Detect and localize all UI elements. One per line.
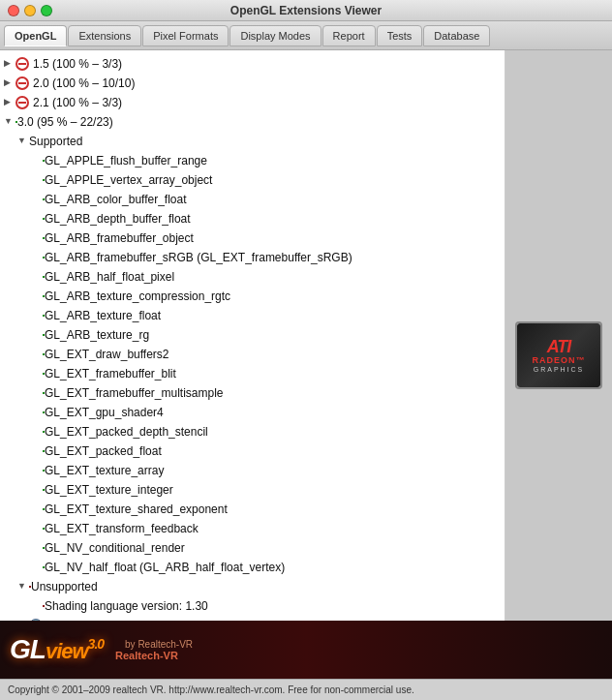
- item-label: GL_NV_half_float (GL_ARB_half_float_vert…: [45, 559, 285, 576]
- chevron-down-icon: [17, 580, 27, 593]
- item-label: GL_ARB_framebuffer_sRGB (GL_EXT_framebuf…: [45, 249, 352, 266]
- tab-database[interactable]: Database: [423, 25, 490, 46]
- list-item[interactable]: Supported: [0, 132, 505, 151]
- list-item[interactable]: GL_EXT_texture_integer: [0, 480, 505, 500]
- list-item[interactable]: Unsupported: [0, 577, 505, 596]
- list-item[interactable]: GL_ARB_texture_float: [0, 306, 505, 325]
- ati-brand-text: ATI: [547, 338, 571, 355]
- item-label: Shading language version: 1.30: [45, 597, 208, 615]
- bottom-banner: GLview3.0 by Realtech-VR Realtech-VR: [0, 621, 612, 679]
- list-item[interactable]: GL_ARB_color_buffer_float: [0, 190, 505, 209]
- list-item[interactable]: GL_EXT_packed_float: [0, 441, 505, 461]
- list-item[interactable]: GL_ARB_texture_compression_rgtc: [0, 287, 505, 306]
- ati-badge: ATI RADEON™ GRAPHICS: [515, 321, 602, 389]
- list-item[interactable]: GL_APPLE_flush_buffer_range: [0, 151, 505, 170]
- version-icon: [15, 76, 29, 90]
- item-label: GL_APPLE_vertex_array_object: [45, 171, 212, 189]
- list-item[interactable]: GL_APPLE_vertex_array_object: [0, 170, 505, 190]
- item-label: GL_ARB_framebuffer_object: [45, 229, 194, 247]
- item-label: GL_EXT_texture_shared_exponent: [45, 501, 228, 518]
- list-item[interactable]: GL_ARB_framebuffer_object: [0, 228, 505, 248]
- brand-label: Realtech-VR: [115, 650, 193, 661]
- list-item[interactable]: 2.1 (100 % – 3/3): [0, 93, 505, 112]
- main-area: 1.5 (100 % – 3/3) 2.0 (100 % – 10/10) 2.…: [0, 50, 612, 621]
- list-item[interactable]: 1.5 (100 % – 3/3): [0, 54, 505, 74]
- tree-panel[interactable]: 1.5 (100 % – 3/3) 2.0 (100 % – 10/10) 2.…: [0, 50, 505, 621]
- item-label: GL_ARB_texture_rg: [45, 326, 149, 344]
- item-label: Supported: [29, 133, 82, 150]
- item-label: GL_EXT_packed_depth_stencil: [45, 423, 208, 441]
- chevron-right-icon: [4, 76, 14, 90]
- ati-logo: ATI RADEON™ GRAPHICS: [517, 323, 600, 387]
- item-label: GL_ARB_color_buffer_float: [45, 191, 187, 208]
- by-label: by Realtech-VR: [125, 639, 193, 650]
- item-label: GL_ARB_texture_float: [45, 307, 161, 324]
- tab-extensions[interactable]: Extensions: [68, 25, 141, 46]
- list-item[interactable]: GL_EXT_transform_feedback: [0, 519, 505, 538]
- item-label: 1.5 (100 % – 3/3): [33, 55, 122, 73]
- ati-radeon-text: RADEON™: [532, 355, 585, 365]
- item-label: GL_ARB_half_float_pixel: [45, 268, 174, 286]
- list-item[interactable]: 3.0 (95 % – 22/23): [0, 112, 505, 132]
- ati-graphics-text: GRAPHICS: [534, 366, 585, 373]
- glview-logo-text: GLview3.0: [10, 634, 104, 665]
- list-item[interactable]: Shading language version: 1.30: [0, 596, 505, 616]
- chevron-down-icon: [17, 135, 27, 148]
- view-text: view: [46, 639, 88, 663]
- copyright-bar: Copyright © 2001–2009 realtech VR. http:…: [0, 679, 612, 700]
- tab-report[interactable]: Report: [322, 25, 376, 46]
- item-label: GL_EXT_framebuffer_blit: [45, 365, 176, 382]
- list-item[interactable]: GL_NV_conditional_render: [0, 538, 505, 558]
- list-item[interactable]: GL_EXT_framebuffer_blit: [0, 364, 505, 383]
- title-bar: OpenGL Extensions Viewer: [0, 0, 612, 21]
- close-button[interactable]: [8, 5, 19, 16]
- tab-opengl[interactable]: OpenGL: [4, 25, 67, 46]
- by-section: by Realtech-VR Realtech-VR: [115, 639, 193, 661]
- chevron-right-icon: [4, 96, 14, 109]
- list-item[interactable]: GL_ARB_half_float_pixel: [0, 267, 505, 287]
- gl-text: GL: [10, 634, 46, 664]
- item-label: GL_EXT_packed_float: [45, 442, 162, 460]
- item-label: 2.1 (100 % – 3/3): [33, 94, 122, 111]
- list-item[interactable]: GL_EXT_gpu_shader4: [0, 403, 505, 422]
- list-item[interactable]: GL_EXT_texture_shared_exponent: [0, 500, 505, 519]
- version-icon: [15, 96, 29, 109]
- item-label: GL_EXT_texture_array: [45, 462, 164, 479]
- item-label: GL_ARB_texture_compression_rgtc: [45, 288, 230, 305]
- list-item[interactable]: GL_EXT_framebuffer_multisample: [0, 383, 505, 403]
- item-label: GL_EXT_gpu_shader4: [45, 404, 164, 421]
- item-label: GL_EXT_framebuffer_multisample: [45, 384, 224, 402]
- item-label: GL_ARB_depth_buffer_float: [45, 210, 191, 228]
- right-panel: ATI RADEON™ GRAPHICS: [505, 50, 612, 621]
- item-label: GL_EXT_draw_buffers2: [45, 346, 169, 363]
- list-item[interactable]: GL_EXT_texture_array: [0, 461, 505, 480]
- tab-tests[interactable]: Tests: [377, 25, 423, 46]
- item-label: GL_APPLE_flush_buffer_range: [45, 152, 207, 169]
- list-item[interactable]: 2.0 (100 % – 10/10): [0, 74, 505, 93]
- list-item[interactable]: GL_ARB_depth_buffer_float: [0, 209, 505, 228]
- chevron-down-icon: [4, 115, 14, 129]
- version-icon: [15, 57, 29, 71]
- list-item[interactable]: GL_ARB_framebuffer_sRGB (GL_EXT_framebuf…: [0, 248, 505, 267]
- window-controls: [8, 5, 52, 16]
- tab-display-modes[interactable]: Display Modes: [230, 25, 321, 46]
- minimize-button[interactable]: [24, 5, 36, 16]
- list-item[interactable]: GL_EXT_draw_buffers2: [0, 345, 505, 364]
- item-label: GL_NV_conditional_render: [45, 539, 185, 557]
- item-label: 3.0 (95 % – 22/23): [17, 113, 113, 131]
- item-label: Unsupported: [31, 578, 98, 595]
- list-item[interactable]: GL_EXT_packed_depth_stencil: [0, 422, 505, 441]
- item-label: GL_EXT_texture_integer: [45, 481, 173, 499]
- window-title: OpenGL Extensions Viewer: [230, 4, 382, 17]
- tab-pixel-formats[interactable]: Pixel Formats: [142, 25, 229, 46]
- toolbar: OpenGL Extensions Pixel Formats Display …: [0, 21, 612, 50]
- copyright-text: Copyright © 2001–2009 realtech VR. http:…: [8, 685, 414, 695]
- maximize-button[interactable]: [41, 5, 52, 16]
- item-label: GL_EXT_transform_feedback: [45, 520, 199, 537]
- version-super: 3.0: [88, 636, 104, 652]
- list-item[interactable]: GL_ARB_texture_rg: [0, 325, 505, 345]
- list-item[interactable]: GL_NV_half_float (GL_ARB_half_float_vert…: [0, 558, 505, 577]
- chevron-right-icon: [4, 57, 14, 71]
- item-label: 2.0 (100 % – 10/10): [33, 75, 135, 92]
